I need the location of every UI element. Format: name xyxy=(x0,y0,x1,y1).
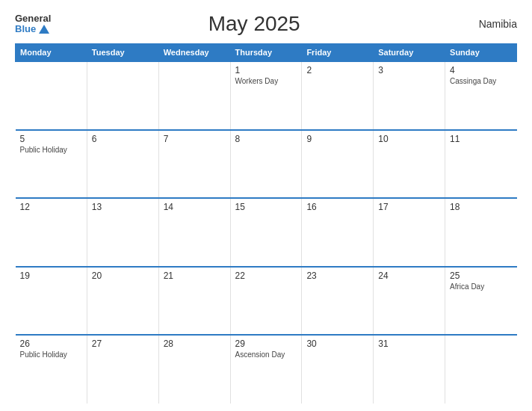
day-number: 3 xyxy=(378,65,440,75)
day-cell: 15 xyxy=(230,198,302,267)
day-number: 31 xyxy=(378,339,440,349)
week-row-2: 5Public Holiday67891011 xyxy=(16,130,517,199)
day-number: 19 xyxy=(20,271,82,281)
day-number: 28 xyxy=(164,339,226,349)
day-cell xyxy=(87,61,158,130)
day-number: 30 xyxy=(306,339,368,349)
day-cell: 26Public Holiday xyxy=(16,335,87,404)
day-cell: 17 xyxy=(374,198,445,267)
day-cell xyxy=(445,335,517,404)
day-number: 15 xyxy=(235,202,297,212)
day-number: 26 xyxy=(20,339,82,349)
day-number: 8 xyxy=(235,134,297,144)
day-cell: 28 xyxy=(158,335,230,404)
week-row-3: 12131415161718 xyxy=(16,198,517,267)
day-cell: 18 xyxy=(445,198,517,267)
day-cell: 23 xyxy=(302,267,374,336)
column-header-wednesday: Wednesday xyxy=(158,44,230,62)
day-event: Africa Day xyxy=(450,282,512,291)
day-number: 20 xyxy=(92,271,154,281)
logo-general-text: General xyxy=(15,13,51,24)
day-cell: 24 xyxy=(374,267,445,336)
day-cell: 11 xyxy=(445,130,517,199)
day-cell: 27 xyxy=(87,335,158,404)
day-event: Public Holiday xyxy=(20,350,82,359)
day-cell: 12 xyxy=(16,198,87,267)
day-number: 18 xyxy=(450,202,512,212)
column-header-friday: Friday xyxy=(302,44,374,62)
week-row-5: 26Public Holiday272829Ascension Day3031 xyxy=(16,335,517,404)
day-number: 22 xyxy=(235,271,297,281)
day-number: 9 xyxy=(306,134,368,144)
day-number: 11 xyxy=(450,134,512,144)
day-number: 17 xyxy=(378,202,440,212)
day-cell: 5Public Holiday xyxy=(16,130,87,199)
day-number: 14 xyxy=(164,202,226,212)
day-number: 4 xyxy=(450,65,512,75)
day-cell: 9 xyxy=(302,130,374,199)
day-number: 10 xyxy=(378,134,440,144)
day-cell: 19 xyxy=(16,267,87,336)
day-cell: 25Africa Day xyxy=(445,267,517,336)
day-cell: 8 xyxy=(230,130,302,199)
day-number: 16 xyxy=(306,202,368,212)
column-header-sunday: Sunday xyxy=(445,44,517,62)
day-cell xyxy=(16,61,87,130)
day-number: 24 xyxy=(378,271,440,281)
calendar-title: May 2025 xyxy=(51,12,457,36)
day-cell: 7 xyxy=(158,130,230,199)
day-cell: 30 xyxy=(302,335,374,404)
day-cell: 14 xyxy=(158,198,230,267)
column-header-thursday: Thursday xyxy=(230,44,302,62)
day-number: 27 xyxy=(92,339,154,349)
day-cell: 16 xyxy=(302,198,374,267)
logo: General Blue xyxy=(15,13,51,35)
day-event: Cassinga Day xyxy=(450,77,512,85)
day-cell: 13 xyxy=(87,198,158,267)
day-number: 5 xyxy=(20,134,82,144)
day-number: 13 xyxy=(92,202,154,212)
day-cell: 2 xyxy=(302,61,374,130)
day-number: 6 xyxy=(92,134,154,144)
day-number: 1 xyxy=(235,65,297,75)
day-cell xyxy=(158,61,230,130)
week-row-4: 19202122232425Africa Day xyxy=(16,267,517,336)
day-cell: 31 xyxy=(374,335,445,404)
column-header-saturday: Saturday xyxy=(374,44,445,62)
header: General Blue May 2025 Namibia xyxy=(15,12,517,36)
day-event: Public Holiday xyxy=(20,146,82,154)
day-number: 29 xyxy=(235,339,297,349)
day-cell: 20 xyxy=(87,267,158,336)
day-cell: 21 xyxy=(158,267,230,336)
day-cell: 29Ascension Day xyxy=(230,335,302,404)
column-header-monday: Monday xyxy=(16,44,87,62)
day-number: 2 xyxy=(306,65,368,75)
day-number: 23 xyxy=(306,271,368,281)
day-cell: 4Cassinga Day xyxy=(445,61,517,130)
column-header-tuesday: Tuesday xyxy=(87,44,158,62)
week-row-1: 1Workers Day234Cassinga Day xyxy=(16,61,517,130)
calendar-page: General Blue May 2025 Namibia MondayTues… xyxy=(0,0,532,411)
day-number: 7 xyxy=(164,134,226,144)
day-cell: 6 xyxy=(87,130,158,199)
day-event: Ascension Day xyxy=(235,350,297,359)
calendar-header-row: MondayTuesdayWednesdayThursdayFridaySatu… xyxy=(16,44,517,62)
day-number: 12 xyxy=(20,202,82,212)
logo-blue-text: Blue xyxy=(15,24,49,34)
country-name: Namibia xyxy=(457,18,517,30)
logo-triangle-icon xyxy=(39,25,49,34)
day-number: 21 xyxy=(164,271,226,281)
day-cell: 22 xyxy=(230,267,302,336)
calendar-table: MondayTuesdayWednesdayThursdayFridaySatu… xyxy=(15,43,517,404)
day-cell: 1Workers Day xyxy=(230,61,302,130)
day-event: Workers Day xyxy=(235,77,297,85)
day-cell: 3 xyxy=(374,61,445,130)
day-number: 25 xyxy=(450,271,512,281)
day-cell: 10 xyxy=(374,130,445,199)
